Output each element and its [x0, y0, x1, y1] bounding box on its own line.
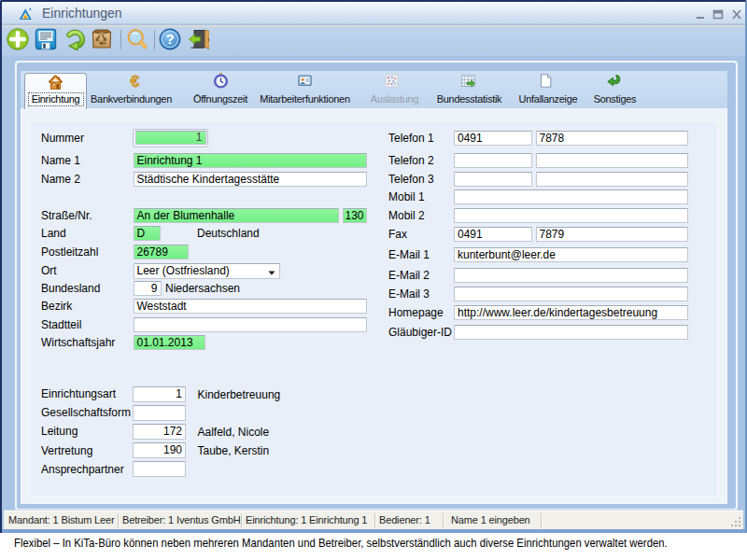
svg-text:€: € — [130, 73, 139, 89]
svg-text:?: ? — [166, 31, 175, 47]
